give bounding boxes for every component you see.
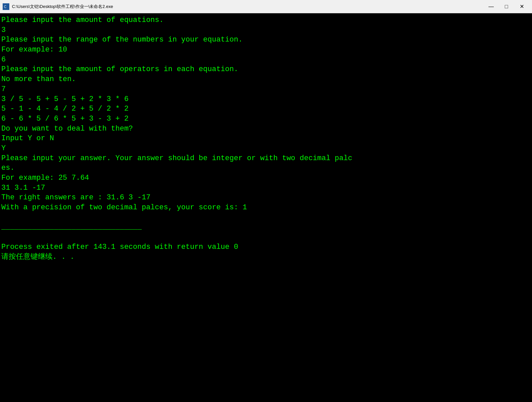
console-area: Please input the amount of equations. 3 … — [0, 13, 532, 402]
maximize-button[interactable]: □ — [499, 1, 514, 12]
main-window: C C:\Users\文铠\Desktop\软件工程\作业一\未命名2.exe … — [0, 0, 532, 402]
window-title: C:\Users\文铠\Desktop\软件工程\作业一\未命名2.exe — [12, 4, 483, 10]
minimize-button[interactable]: — — [483, 1, 499, 12]
app-icon: C — [3, 3, 9, 10]
close-button[interactable]: ✕ — [514, 1, 529, 12]
title-bar: C C:\Users\文铠\Desktop\软件工程\作业一\未命名2.exe … — [0, 0, 532, 13]
console-output: Please input the amount of equations. 3 … — [1, 15, 531, 262]
window-controls: — □ ✕ — [483, 1, 529, 12]
svg-text:C: C — [4, 5, 6, 9]
